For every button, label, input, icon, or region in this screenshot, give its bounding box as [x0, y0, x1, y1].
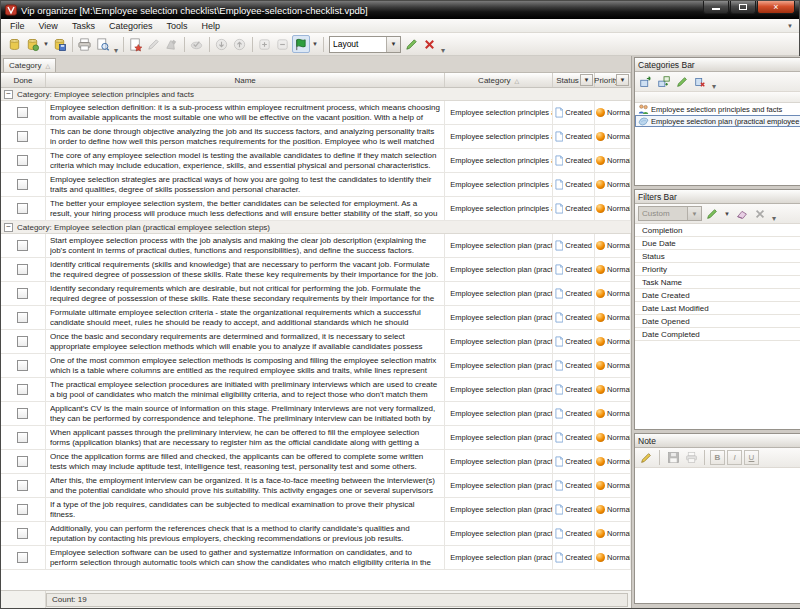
minimize-button[interactable] — [703, 1, 729, 14]
new-database-icon[interactable] — [5, 35, 23, 53]
move-down-icon[interactable] — [213, 35, 231, 53]
status-filter-dropdown-icon[interactable]: ▼ — [580, 74, 593, 86]
delete-category-icon[interactable] — [692, 74, 708, 90]
task-row[interactable]: Employee selection software can be used … — [1, 546, 631, 570]
done-checkbox[interactable] — [17, 552, 28, 563]
filter-value[interactable] — [723, 302, 800, 314]
italic-button[interactable]: I — [727, 450, 742, 465]
filter-value[interactable] — [723, 237, 800, 249]
task-row[interactable]: The better your employee selection syste… — [1, 197, 631, 221]
new-task-icon[interactable] — [127, 35, 145, 53]
done-checkbox[interactable] — [17, 504, 28, 515]
task-row[interactable]: Employee selection definition: it is a s… — [1, 101, 631, 125]
delete-task-icon[interactable] — [163, 35, 181, 53]
task-row[interactable]: Formulate ultimate employee selection cr… — [1, 306, 631, 330]
layout-combobox-dropdown-icon[interactable]: ▼ — [386, 37, 400, 52]
edit-filter-dropdown-icon[interactable]: ▼ — [722, 211, 732, 217]
task-row[interactable]: Start employee selection process with th… — [1, 234, 631, 258]
column-header-category[interactable]: Category△ — [445, 73, 553, 87]
done-checkbox[interactable] — [17, 240, 28, 251]
move-up-icon[interactable] — [231, 35, 249, 53]
done-checkbox[interactable] — [17, 336, 28, 347]
print-icon[interactable] — [76, 35, 94, 53]
task-row[interactable]: Once the application forms are filled an… — [1, 450, 631, 474]
delete-layout-icon[interactable] — [421, 35, 439, 53]
menu-help[interactable]: Help — [194, 20, 227, 32]
done-checkbox[interactable] — [17, 312, 28, 323]
new-category-icon[interactable] — [638, 74, 654, 90]
menu-view[interactable]: View — [32, 20, 65, 32]
print-group-overflow-icon[interactable]: ▾ — [112, 46, 120, 55]
done-checkbox[interactable] — [17, 480, 28, 491]
category-list-item[interactable]: Employee selection principles and facts5… — [635, 103, 800, 115]
filter-value[interactable] — [723, 328, 800, 340]
save-database-icon[interactable] — [51, 35, 69, 53]
save-note-icon[interactable] — [665, 450, 681, 466]
clear-filter-icon[interactable] — [734, 206, 750, 222]
go-view-icon[interactable] — [292, 35, 310, 53]
done-checkbox[interactable] — [17, 456, 28, 467]
done-checkbox[interactable] — [17, 384, 28, 395]
edit-task-icon[interactable] — [145, 35, 163, 53]
filter-value[interactable] — [723, 276, 800, 288]
task-row[interactable]: When applicant passes through the prelim… — [1, 426, 631, 450]
done-checkbox[interactable] — [17, 288, 28, 299]
filter-preset-combobox[interactable]: Custom ▼ — [638, 206, 702, 221]
open-database-icon[interactable] — [23, 35, 41, 53]
filter-value[interactable] — [723, 224, 800, 236]
edit-note-icon[interactable] — [638, 450, 654, 466]
note-editor[interactable] — [635, 468, 800, 603]
done-checkbox[interactable] — [17, 432, 28, 443]
collapse-all-icon[interactable] — [274, 35, 292, 53]
task-row[interactable]: Additionally, you can perform the refere… — [1, 522, 631, 546]
menu-tools[interactable]: Tools — [159, 20, 194, 32]
edit-layout-icon[interactable] — [403, 35, 421, 53]
column-header-status[interactable]: Status▼ — [553, 73, 595, 87]
task-row[interactable]: This can be done through objective analy… — [1, 125, 631, 149]
task-row[interactable]: Identify critical requirements (skills a… — [1, 258, 631, 282]
column-header-priority[interactable]: Priority▼ — [595, 73, 631, 87]
filters-toolbar-overflow-icon[interactable]: ▾ — [770, 214, 778, 223]
done-checkbox[interactable] — [17, 408, 28, 419]
maximize-button[interactable] — [730, 1, 756, 14]
edit-category-icon[interactable] — [674, 74, 690, 90]
bold-button[interactable]: B — [710, 450, 725, 465]
group-header-row[interactable]: −Category: Employee selection plan (prac… — [1, 221, 631, 234]
filter-value[interactable] — [723, 263, 800, 275]
categories-toolbar-overflow-icon[interactable]: ▾ — [710, 82, 718, 91]
open-database-dropdown-icon[interactable]: ▼ — [41, 41, 51, 47]
menu-file[interactable]: File — [3, 20, 32, 32]
group-header-row[interactable]: −Category: Employee selection principles… — [1, 88, 631, 101]
column-header-name[interactable]: Name — [46, 73, 445, 87]
done-checkbox[interactable] — [17, 360, 28, 371]
task-row[interactable]: One of the most common employee selectio… — [1, 354, 631, 378]
task-row[interactable]: Applicant's CV is the main source of inf… — [1, 402, 631, 426]
delete-filter-icon[interactable] — [752, 206, 768, 222]
column-header-done[interactable]: Done — [1, 73, 46, 87]
menu-tasks[interactable]: Tasks — [65, 20, 102, 32]
filter-value[interactable] — [723, 315, 800, 327]
done-checkbox[interactable] — [17, 528, 28, 539]
expand-all-icon[interactable] — [256, 35, 274, 53]
done-checkbox[interactable] — [17, 107, 28, 118]
task-row[interactable]: Once the basic and secondary requirement… — [1, 330, 631, 354]
priority-filter-dropdown-icon[interactable]: ▼ — [616, 74, 629, 86]
layout-combobox[interactable]: Layout ▼ — [329, 36, 401, 53]
underline-button[interactable]: U — [744, 450, 759, 465]
task-row[interactable]: The practical employee selection procedu… — [1, 378, 631, 402]
print-preview-icon[interactable] — [94, 35, 112, 53]
task-row[interactable]: Employee selection strategies are practi… — [1, 173, 631, 197]
close-button[interactable]: × — [757, 1, 795, 14]
menubar-overflow-icon[interactable]: ▼ — [787, 23, 793, 29]
task-row[interactable]: After this, the employment interview can… — [1, 474, 631, 498]
task-row[interactable]: Identify secondary requirements which ar… — [1, 282, 631, 306]
done-checkbox[interactable] — [17, 179, 28, 190]
filter-value[interactable] — [723, 289, 800, 301]
done-checkbox[interactable] — [17, 131, 28, 142]
new-subcategory-icon[interactable] — [656, 74, 672, 90]
edit-filter-icon[interactable] — [704, 206, 720, 222]
filter-value[interactable] — [723, 250, 800, 262]
complete-task-icon[interactable] — [188, 35, 206, 53]
menu-categories[interactable]: Categories — [102, 20, 160, 32]
collapse-group-icon[interactable]: − — [4, 90, 13, 99]
